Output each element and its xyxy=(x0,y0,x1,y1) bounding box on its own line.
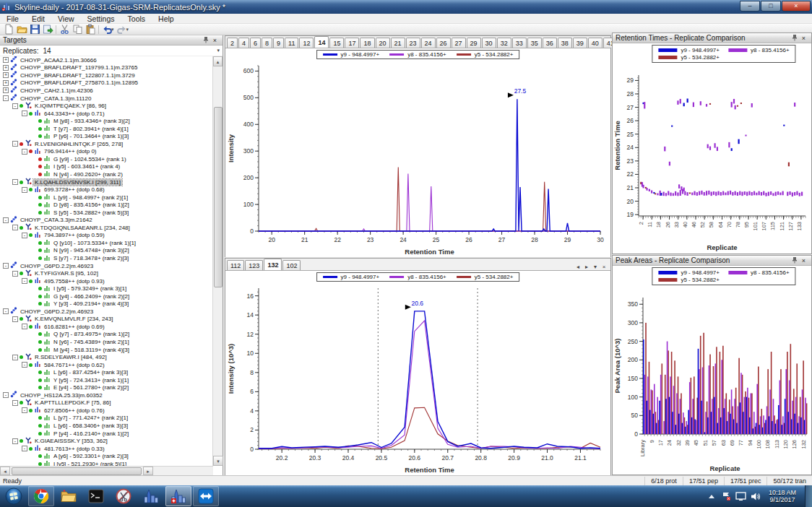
tree-transition-row[interactable]: L [y6] - 658.3406+ (rank 3)[3] xyxy=(0,422,213,430)
replicate-tab-35[interactable]: 35 xyxy=(527,38,542,48)
replicate-tab-38[interactable]: 38 xyxy=(558,38,572,48)
scroll-left-icon[interactable]: ◂ xyxy=(0,467,10,475)
scrollbar-thumb-h[interactable] xyxy=(12,467,142,475)
menu-tools[interactable]: Tools xyxy=(121,14,152,24)
menu-file[interactable]: File xyxy=(0,14,25,24)
open-file-button[interactable] xyxy=(15,24,28,35)
tree-peptide-row[interactable]: -K.APTTLLLEPDGK.F [75, 86] xyxy=(0,399,213,407)
scroll-up-icon[interactable]: ▴ xyxy=(213,56,223,66)
tree-protein-row[interactable]: -CHOYP_CATA.1.3|m.11120 xyxy=(0,95,213,103)
replicate-tab-8[interactable]: 8 xyxy=(262,38,272,48)
replicate-tab-132[interactable]: 132 xyxy=(264,259,282,270)
vertical-scrollbar[interactable]: ▴ ▾ xyxy=(212,56,223,466)
close-button[interactable]: × xyxy=(782,1,811,12)
collapse-icon[interactable]: - xyxy=(12,225,18,230)
tree-transition-row[interactable]: P [y6] - 701.3464+ (rank 1)[3] xyxy=(0,132,213,140)
save-file-button[interactable] xyxy=(28,24,41,35)
tray-expand-icon[interactable] xyxy=(709,495,714,498)
collapse-icon[interactable]: - xyxy=(22,233,27,238)
replicate-tab-17[interactable]: 17 xyxy=(345,38,359,48)
tree-transition-row[interactable]: N [y6] - 745.4389+ (rank 2)[1] xyxy=(0,338,213,346)
tree-peptide-row[interactable]: -K.GIAEAISSSK.Y [353, 362] xyxy=(0,437,213,445)
replicate-tab-40[interactable]: 40 xyxy=(588,38,602,48)
tree-transition-row[interactable]: I [y5] - 603.3461+ (rank 4) xyxy=(0,163,213,171)
tree-protein-row[interactable]: -CHOYP_HS12A.25.33|m.60352 xyxy=(0,391,213,399)
new-file-button[interactable] xyxy=(2,24,15,35)
chromatogram-chart-2[interactable]: y9 - 948.4997+y8 - 835.4156+y5 - 534.288… xyxy=(225,271,610,475)
menu-view[interactable]: View xyxy=(51,14,81,24)
collapse-icon[interactable]: - xyxy=(12,438,18,444)
collapse-icon[interactable]: - xyxy=(22,446,27,451)
tree-transition-row[interactable]: Q [y7] - 873.4975+ (rank 1)[2] xyxy=(0,331,213,339)
collapse-icon[interactable]: - xyxy=(12,355,18,360)
pin-icon[interactable] xyxy=(790,256,799,265)
replicate-tab-26[interactable]: 26 xyxy=(436,38,451,48)
tree-transition-row[interactable]: L [y9] - 948.4997+ (rank 2)[1] xyxy=(0,194,213,202)
taskbar-snipping-tool-button[interactable] xyxy=(111,486,137,506)
taskbar-terminal-button[interactable] xyxy=(83,486,109,506)
collapse-icon[interactable]: - xyxy=(3,392,9,398)
tree-protein-row[interactable]: -CHOYP_G6PD.2.2|m.46923 xyxy=(0,262,213,270)
tree-transition-row[interactable]: I [y5] - 579.3249+ (rank 3)[1] xyxy=(0,285,213,292)
tree-transition-row[interactable]: P [y4] - 416.2140+ (rank 1)[2] xyxy=(0,430,213,438)
tree-protein-row[interactable]: +CHOYP_CAH2.1.1|m.42306 xyxy=(0,87,213,95)
taskbar-teamviewer-button[interactable] xyxy=(193,486,219,506)
replicate-tab-102[interactable]: 102 xyxy=(282,260,301,270)
tree-protein-row[interactable]: -CHOYP_CATA.3.3|m.21642 xyxy=(0,216,213,224)
replicate-tab-23[interactable]: 23 xyxy=(406,38,420,48)
scroll-right-icon[interactable]: ▸ xyxy=(143,467,153,475)
tree-protein-row[interactable]: +CHOYP_BRAFLDRAFT_275870.1.1|m.12895 xyxy=(0,79,213,87)
replicate-tab-33[interactable]: 33 xyxy=(512,38,527,48)
dock-menu-icon[interactable]: ▾ xyxy=(591,264,600,270)
replicate-tab-27[interactable]: 27 xyxy=(452,38,466,48)
collapse-icon[interactable]: - xyxy=(12,103,18,109)
collapse-icon[interactable]: - xyxy=(3,308,9,314)
collapse-icon[interactable]: - xyxy=(22,149,27,155)
restore-button[interactable]: □ xyxy=(761,1,781,12)
pa-chart[interactable]: y9 - 948.4997+y8 - 835.4156+y5 - 534.288… xyxy=(613,266,811,474)
paste-button[interactable] xyxy=(84,24,97,35)
tree-transition-row[interactable]: L [y6] - 837.4254+ (rank 3)[3] xyxy=(0,368,213,376)
tree-peptide-row[interactable]: -R.SDELYEAWR.I [484, 492] xyxy=(0,353,213,361)
replicate-tab-20[interactable]: 20 xyxy=(376,38,390,48)
close-icon[interactable]: × xyxy=(600,264,608,270)
replicates-selector[interactable]: Replicates: 14 ▾ xyxy=(0,46,223,56)
undo-dropdown-icon[interactable]: ▾ xyxy=(111,27,114,32)
expand-icon[interactable]: + xyxy=(3,72,9,78)
tree-precursor-row[interactable]: -627.8506++ (dotp 0.76) xyxy=(0,407,213,415)
replicate-tab-39[interactable]: 39 xyxy=(573,38,587,48)
tree-transition-row[interactable]: L [y7] - 771.4247+ (rank 2)[1] xyxy=(0,415,213,422)
cut-button[interactable] xyxy=(58,24,71,35)
collapse-icon[interactable]: - xyxy=(22,324,27,329)
tree-transition-row[interactable]: A [y6] - 592.3301+ (rank 2)[3] xyxy=(0,452,213,460)
tree-peptide-row[interactable]: -R.LVENIGNHLINTQK.F [265, 278] xyxy=(0,140,213,148)
replicate-tab-11[interactable]: 11 xyxy=(285,38,298,48)
tree-precursor-row[interactable]: -699.3728++ (dotp 0.68) xyxy=(0,186,213,194)
collapse-icon[interactable]: - xyxy=(12,271,18,277)
taskbar-clock[interactable]: 10:18 AM 9/1/2017 xyxy=(769,489,796,503)
collapse-icon[interactable]: - xyxy=(12,316,18,322)
pin-icon[interactable] xyxy=(201,36,210,45)
tree-peptide-row[interactable]: -K.TYFIGYAR.S [95, 102] xyxy=(0,269,213,277)
collapse-icon[interactable]: - xyxy=(12,400,18,406)
scroll-tabs-right-icon[interactable]: ▸ xyxy=(582,264,591,270)
redo-dropdown-icon[interactable]: ▾ xyxy=(126,27,129,32)
taskbar-chrome-button[interactable] xyxy=(28,486,54,506)
collapse-icon[interactable]: - xyxy=(22,187,27,193)
tree-transition-row[interactable]: I [y5] - 521.2930+ (rank 5)[1] xyxy=(0,460,213,466)
tree-protein-row[interactable]: +CHOYP_BRAFLDRAFT_119799.1.1|m.23765 xyxy=(0,64,213,72)
taskbar-explorer-button[interactable] xyxy=(56,486,82,506)
replicate-tab-30[interactable]: 30 xyxy=(482,38,496,48)
horizontal-scrollbar[interactable]: ◂ ▸ xyxy=(0,466,213,475)
tree-precursor-row[interactable]: -616.8281++ (dotp 0.69) xyxy=(0,323,213,331)
tree-transition-row[interactable]: Y [y3] - 409.2194+ (rank 4)[3] xyxy=(0,300,213,308)
pin-icon[interactable] xyxy=(790,34,799,43)
replicate-tab-12[interactable]: 12 xyxy=(299,38,314,48)
tree-transition-row[interactable]: G [y9] - 1024.5534+ (rank 1) xyxy=(0,155,213,163)
replicate-tab-4[interactable]: 4 xyxy=(238,38,249,48)
collapse-icon[interactable]: - xyxy=(22,278,27,284)
taskbar-skyline-button[interactable] xyxy=(138,486,164,506)
tree-precursor-row[interactable]: -584.7671++ (dotp 0.62) xyxy=(0,361,213,369)
expand-icon[interactable]: + xyxy=(3,65,9,71)
collapse-icon[interactable]: - xyxy=(3,263,9,269)
